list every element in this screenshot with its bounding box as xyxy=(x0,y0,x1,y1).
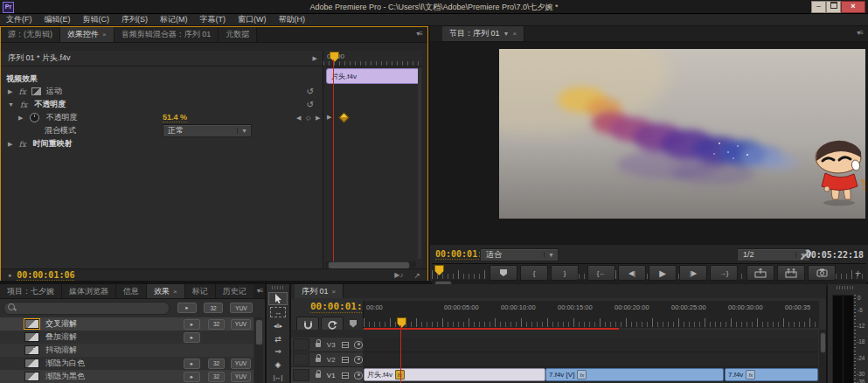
effect-controls-timecode[interactable]: 00:00:01:06 xyxy=(17,270,74,281)
track-display-style-icon[interactable] xyxy=(342,373,349,379)
minimize-button[interactable]: – xyxy=(811,1,826,13)
track-name[interactable]: V1 xyxy=(327,372,336,380)
panel-menu-icon[interactable]: ▾≡ xyxy=(851,26,868,41)
close-tab-icon[interactable]: × xyxy=(512,30,517,38)
lift-button[interactable] xyxy=(746,265,774,281)
track-content-v2[interactable] xyxy=(364,352,818,367)
track-display-style-icon[interactable] xyxy=(342,342,349,348)
tab-audio-clip-mixer[interactable]: 音频剪辑混合器：序列 01 xyxy=(115,27,219,42)
mini-clip-bar[interactable]: 片头.f4v xyxy=(326,68,420,84)
step-forward-button[interactable]: |▶ xyxy=(679,265,707,281)
panel-menu-icon[interactable]: ▾≡ xyxy=(411,27,427,42)
opacity-value[interactable]: 51.4 % xyxy=(163,113,187,122)
go-to-out-button[interactable]: →} xyxy=(710,265,738,281)
razor-tool[interactable]: ◈ xyxy=(269,359,287,371)
timeline-vscrollbar[interactable] xyxy=(819,330,826,383)
list-item-dip-to-white[interactable]: 渐隐为白色 ▸ 32 YUV xyxy=(0,357,253,370)
list-item-additive-dissolve[interactable]: 叠加溶解 ▸ xyxy=(0,331,253,344)
panel-grip[interactable] xyxy=(837,286,854,289)
track-output-eye-icon[interactable] xyxy=(354,341,363,349)
tab-effect-controls[interactable]: 效果控件 × xyxy=(60,27,115,42)
menu-edit[interactable]: 编辑(E) xyxy=(38,14,77,25)
sync-lock-toggle[interactable] xyxy=(293,338,309,351)
search-input[interactable] xyxy=(18,303,166,314)
add-button-icon[interactable]: + xyxy=(855,268,861,280)
effects-search-box[interactable] xyxy=(3,302,170,315)
play-audio-icon[interactable]: ▶♪ xyxy=(394,271,413,279)
effect-row-motion[interactable]: ▶ fx 运动 ↺ xyxy=(1,85,323,98)
panel-menu-icon[interactable]: ▾≡ xyxy=(253,284,267,298)
rate-stretch-tool[interactable]: ⇒ xyxy=(269,345,287,358)
track-output-eye-icon[interactable] xyxy=(354,372,363,380)
toggle-animation-stopwatch-icon[interactable] xyxy=(30,113,39,122)
track-lock-icon[interactable] xyxy=(316,343,321,347)
accelerated-effects-filter-badge[interactable]: ▸ xyxy=(177,303,197,313)
close-tab-icon[interactable]: × xyxy=(332,288,337,296)
extract-button[interactable] xyxy=(777,265,805,281)
list-item-dip-to-black[interactable]: 渐隐为黑色 ▸ 32 YUV xyxy=(0,370,253,383)
close-tab-icon[interactable]: × xyxy=(102,31,107,38)
effects-scrollbar-thumb[interactable] xyxy=(255,319,263,345)
tab-effects[interactable]: 效果 × xyxy=(147,284,185,298)
previous-keyframe-button[interactable]: ◀ xyxy=(296,115,301,122)
next-keyframe-button[interactable]: ▶ xyxy=(316,115,320,122)
program-video-frame[interactable] xyxy=(499,49,865,219)
play-button[interactable]: ▶ xyxy=(649,265,677,281)
expand-opacity-param-icon[interactable]: ▶ xyxy=(1,115,23,122)
collapse-opacity-icon[interactable]: ▼ xyxy=(1,101,14,108)
track-lock-icon[interactable] xyxy=(316,373,321,378)
menu-sequence[interactable]: 序列(S) xyxy=(115,14,154,25)
export-icon[interactable]: ↗ xyxy=(413,271,427,280)
menu-help[interactable]: 帮助(H) xyxy=(273,14,312,25)
opacity-keyframe-diamond[interactable] xyxy=(338,112,350,123)
expand-time-remap-icon[interactable]: ▶ xyxy=(1,141,12,148)
menu-window[interactable]: 窗口(W) xyxy=(232,14,273,25)
track-content-v3[interactable] xyxy=(364,338,818,352)
track-name[interactable]: V2 xyxy=(327,356,336,364)
tab-info[interactable]: 信息 xyxy=(116,284,147,298)
list-item-cross-dissolve[interactable]: 交叉溶解 ▸ 32 YUV xyxy=(0,317,253,331)
tab-metadata[interactable]: 元数据 xyxy=(219,27,257,42)
effect-row-opacity[interactable]: ▼ fx 不透明度 ↺ xyxy=(1,98,323,111)
tab-source-monitor[interactable]: 源：(无剪辑) xyxy=(1,27,60,42)
slip-tool[interactable]: |↔| xyxy=(269,371,287,383)
timeline-clip-piantou[interactable]: 片头.f4v fx xyxy=(364,368,545,381)
add-marker-button[interactable] xyxy=(490,265,517,281)
mini-hscroll-track[interactable] xyxy=(325,261,416,268)
mark-out-button[interactable]: } xyxy=(551,265,579,281)
timeline-vscroll-thumb[interactable] xyxy=(820,332,826,353)
tab-history[interactable]: 历史记 xyxy=(216,284,253,298)
go-to-in-button[interactable]: {← xyxy=(587,265,615,281)
32bit-filter-badge[interactable]: 32 xyxy=(204,303,223,313)
list-item-dither-dissolve[interactable]: 抖动溶解 xyxy=(0,344,253,357)
sync-lock-toggle[interactable] xyxy=(293,353,309,366)
timeline-clip-7f4v-1[interactable]: 7.f4v [V] fx xyxy=(545,368,724,381)
menu-file[interactable]: 文件(F) xyxy=(0,14,38,25)
yuv-filter-badge[interactable]: YUV xyxy=(230,303,253,313)
set-unnumbered-marker-icon[interactable] xyxy=(349,319,358,328)
menu-title[interactable]: 字幕(T) xyxy=(194,14,233,25)
next-keyframe-overflow-icon[interactable]: ▶ xyxy=(327,114,331,121)
effect-row-time-remap[interactable]: ▶ fx 时间重映射 xyxy=(1,137,323,150)
reset-motion-icon[interactable]: ↺ xyxy=(307,87,323,96)
tab-markers[interactable]: 标记 xyxy=(185,284,216,298)
mini-vscroll-track[interactable] xyxy=(418,68,421,259)
timeline-view-toggle-icon[interactable]: ▶ xyxy=(313,55,323,62)
mark-in-button[interactable]: { xyxy=(520,265,548,281)
chevron-down-icon[interactable]: ▼ xyxy=(503,31,510,37)
step-back-button[interactable]: ◀| xyxy=(618,265,646,281)
track-display-style-icon[interactable] xyxy=(342,357,349,363)
tab-media-browser[interactable]: 媒体浏览器 xyxy=(62,284,116,298)
close-button[interactable]: × xyxy=(841,1,865,13)
track-lock-icon[interactable] xyxy=(316,358,321,362)
track-name[interactable]: V3 xyxy=(327,341,336,349)
expand-motion-icon[interactable]: ▶ xyxy=(1,88,12,95)
selection-tool[interactable] xyxy=(268,292,288,306)
tab-project[interactable]: 项目：七夕婉 xyxy=(0,284,62,298)
close-tab-icon[interactable]: × xyxy=(173,288,177,296)
menu-marker[interactable]: 标记(M) xyxy=(154,14,194,25)
track-output-eye-icon[interactable] xyxy=(354,356,363,364)
blend-mode-dropdown[interactable]: 正常 ▼ xyxy=(163,124,252,137)
panel-grip[interactable] xyxy=(272,286,284,289)
zoom-level-dropdown[interactable]: 适合 ▼ xyxy=(480,248,559,261)
